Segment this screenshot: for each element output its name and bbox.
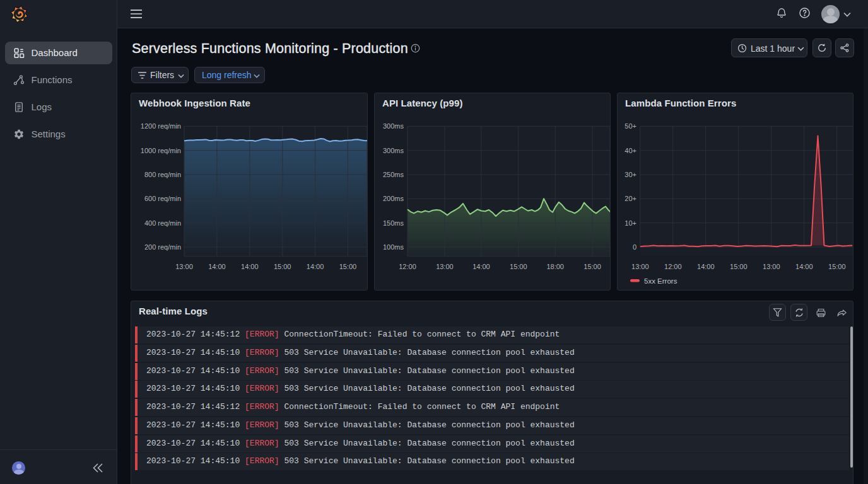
svg-text:14:00: 14:00	[795, 263, 813, 270]
svg-text:14:00: 14:00	[241, 263, 259, 270]
svg-text:13:00: 13:00	[436, 263, 454, 270]
svg-text:15:00: 15:00	[584, 263, 601, 270]
svg-text:15:00: 15:00	[274, 263, 291, 270]
svg-text:1000 req/min: 1000 req/min	[141, 147, 181, 154]
svg-text:14:00: 14:00	[208, 263, 226, 270]
svg-text:400 req/min: 400 req/min	[144, 219, 181, 227]
svg-text:14:00: 14:00	[472, 263, 490, 270]
svg-text:300ms: 300ms	[383, 147, 404, 154]
svg-text:150ms: 150ms	[383, 219, 404, 227]
svg-text:30+: 30+	[625, 171, 636, 178]
svg-text:600 req/min: 600 req/min	[144, 195, 181, 202]
svg-text:14:00: 14:00	[307, 263, 324, 270]
svg-text:13:00: 13:00	[763, 263, 780, 270]
svg-text:15:00: 15:00	[828, 263, 846, 270]
svg-text:100ms: 100ms	[383, 243, 404, 251]
svg-text:14:00: 14:00	[697, 263, 715, 270]
svg-text:0: 0	[633, 243, 636, 251]
svg-text:15:00: 15:00	[730, 263, 748, 270]
svg-text:12:00: 12:00	[664, 263, 682, 270]
svg-text:10+: 10+	[625, 219, 636, 227]
svg-text:13:00: 13:00	[175, 263, 193, 270]
svg-text:250ms: 250ms	[383, 171, 404, 178]
svg-text:200ms: 200ms	[383, 195, 404, 202]
svg-text:18:00: 18:00	[546, 263, 564, 270]
svg-text:15:00: 15:00	[339, 263, 357, 270]
svg-text:200 req/min: 200 req/min	[144, 243, 181, 251]
svg-text:50+: 50+	[625, 122, 636, 130]
svg-text:40+: 40+	[625, 147, 636, 154]
svg-text:1200 req/min: 1200 req/min	[141, 122, 181, 130]
svg-text:12:00: 12:00	[399, 263, 416, 270]
svg-text:20+: 20+	[625, 195, 636, 202]
svg-text:5xx Errors: 5xx Errors	[644, 277, 677, 285]
svg-text:300ms: 300ms	[383, 122, 404, 130]
svg-text:800 req/min: 800 req/min	[144, 171, 181, 178]
svg-text:15:00: 15:00	[510, 263, 527, 270]
svg-text:13:00: 13:00	[631, 263, 649, 270]
